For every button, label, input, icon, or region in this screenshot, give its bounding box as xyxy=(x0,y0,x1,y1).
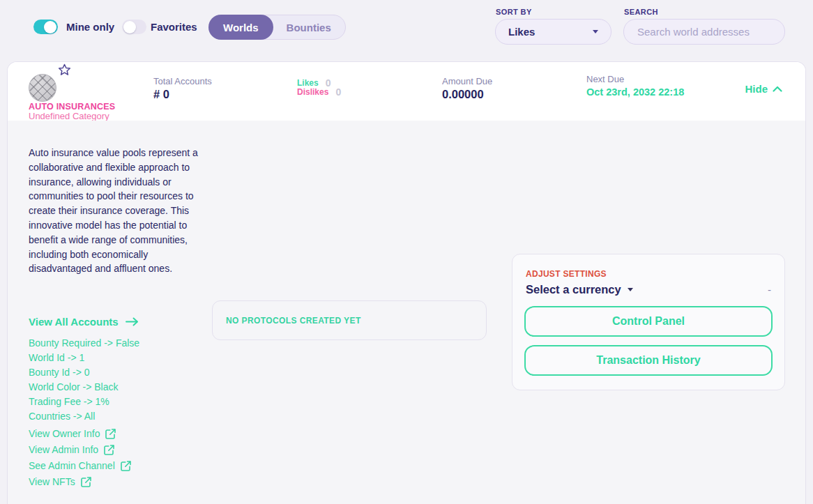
currency-select[interactable]: Select a currency xyxy=(526,283,633,296)
search-label: SEARCH xyxy=(624,8,658,16)
total-accounts-value: # 0 xyxy=(153,88,212,101)
world-category: Undefined Category xyxy=(29,111,109,121)
external-link-icon xyxy=(81,477,91,487)
world-avatar[interactable] xyxy=(29,74,56,102)
world-card: AUTO INSURANCES Undefined Category Total… xyxy=(7,61,806,504)
property-world-id: World Id -> 1 xyxy=(29,352,139,367)
toggle-knob xyxy=(123,21,136,33)
favorite-star-icon[interactable] xyxy=(57,63,72,80)
amount-due-value: 0.00000 xyxy=(442,88,492,101)
property-trading-fee: Trading Fee -> 1% xyxy=(29,396,139,411)
favorites-label: Favorites xyxy=(151,21,197,33)
hide-label: Hide xyxy=(745,83,768,95)
world-card-body: Auto insurance value pools represent a c… xyxy=(8,121,805,504)
arrow-right-icon xyxy=(126,317,139,326)
adjust-settings-title: ADJUST SETTINGS xyxy=(526,269,607,279)
mine-only-toggle[interactable] xyxy=(33,20,58,34)
likes-stat: Likes 0 Dislikes 0 xyxy=(297,78,341,96)
world-name: AUTO INSURANCES xyxy=(29,102,115,112)
chevron-down-icon xyxy=(628,288,633,291)
hide-button[interactable]: Hide xyxy=(745,83,782,95)
external-link-icon xyxy=(104,445,114,455)
dislikes-label: Dislikes xyxy=(297,87,328,97)
view-nfts-link[interactable]: View NFTs xyxy=(29,473,131,489)
tab-worlds[interactable]: Worlds xyxy=(208,15,273,40)
amount-due-stat: Amount Due 0.00000 xyxy=(442,76,492,101)
property-countries: Countries -> All xyxy=(29,411,139,425)
chevron-up-icon xyxy=(773,86,782,92)
chevron-down-icon xyxy=(593,30,598,33)
property-bounty-required: Bounty Required -> False xyxy=(29,337,139,352)
protocols-empty-box: NO PROTOCOLS CREATED YET xyxy=(212,300,487,340)
property-world-color: World Color -> Black xyxy=(29,381,139,396)
currency-value: - xyxy=(768,284,771,296)
tab-switcher: Worlds Bounties xyxy=(208,15,346,40)
transaction-history-button[interactable]: Transaction History xyxy=(524,345,773,376)
total-accounts-stat: Total Accounts # 0 xyxy=(153,76,212,101)
world-card-header: AUTO INSURANCES Undefined Category Total… xyxy=(8,62,805,121)
protocols-empty-text: NO PROTOCOLS CREATED YET xyxy=(226,316,361,326)
view-admin-info-label: View Admin Info xyxy=(29,444,98,455)
next-due-stat: Next Due Oct 23rd, 2032 22:18 xyxy=(586,74,684,98)
external-link-icon xyxy=(121,461,131,471)
favorites-toggle[interactable] xyxy=(122,20,146,34)
next-due-value: Oct 23rd, 2032 22:18 xyxy=(586,86,684,98)
view-all-accounts-label: View All Accounts xyxy=(29,316,119,328)
view-all-accounts-link[interactable]: View All Accounts xyxy=(29,316,139,328)
see-admin-channel-link[interactable]: See Admin Channel xyxy=(29,457,131,473)
likes-label: Likes xyxy=(297,78,319,88)
toggle-knob xyxy=(44,21,56,33)
world-properties: Bounty Required -> False World Id -> 1 B… xyxy=(29,337,139,425)
property-bounty-id: Bounty Id -> 0 xyxy=(29,367,139,381)
control-panel-button[interactable]: Control Panel xyxy=(524,306,773,337)
sort-by-select[interactable]: Likes xyxy=(495,19,611,45)
amount-due-label: Amount Due xyxy=(442,76,492,86)
topbar: Mine only Favorites Worlds Bounties SORT… xyxy=(0,0,813,61)
adjust-settings-panel: ADJUST SETTINGS Select a currency - Cont… xyxy=(512,254,785,390)
sort-by-label: SORT BY xyxy=(496,8,532,16)
currency-select-label: Select a currency xyxy=(526,283,621,296)
view-owner-info-link[interactable]: View Owner Info xyxy=(29,425,131,441)
currency-row: Select a currency - xyxy=(526,283,771,296)
total-accounts-label: Total Accounts xyxy=(153,76,212,86)
tab-bounties[interactable]: Bounties xyxy=(273,15,345,39)
search-input[interactable] xyxy=(623,19,785,45)
see-admin-channel-label: See Admin Channel xyxy=(29,460,115,471)
view-owner-info-label: View Owner Info xyxy=(29,428,100,439)
world-links: View Owner Info View Admin Info See Admi… xyxy=(29,425,131,489)
worlds-page: Mine only Favorites Worlds Bounties SORT… xyxy=(0,0,813,504)
view-admin-info-link[interactable]: View Admin Info xyxy=(29,441,131,457)
sort-by-value: Likes xyxy=(508,26,535,38)
world-description: Auto insurance value pools represent a c… xyxy=(29,146,199,276)
external-link-icon xyxy=(105,429,116,439)
mine-only-label: Mine only xyxy=(66,21,114,33)
dislikes-value: 0 xyxy=(335,86,341,98)
view-nfts-label: View NFTs xyxy=(29,476,75,487)
next-due-label: Next Due xyxy=(586,74,684,84)
